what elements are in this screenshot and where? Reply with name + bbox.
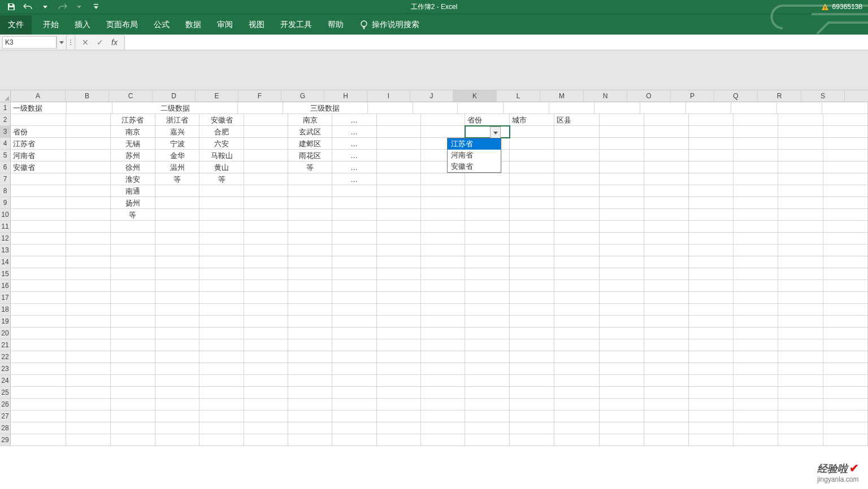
cell-I8[interactable]	[377, 185, 421, 197]
cell-G16[interactable]	[288, 280, 332, 292]
cell-R24[interactable]	[778, 375, 823, 387]
cell-L26[interactable]	[510, 399, 554, 411]
cell-B20[interactable]	[66, 328, 111, 339]
col-header-E[interactable]: E	[196, 90, 238, 102]
cell-B12[interactable]	[66, 233, 111, 244]
cell-I2[interactable]	[377, 114, 421, 126]
cell-D22[interactable]	[155, 351, 199, 363]
cell-O23[interactable]	[644, 363, 689, 375]
cell-R3[interactable]	[778, 126, 823, 138]
account-label[interactable]: 69365138	[832, 3, 862, 11]
cell-K29[interactable]	[465, 434, 510, 446]
cell-P20[interactable]	[689, 328, 734, 339]
cell-K1[interactable]	[458, 102, 504, 114]
cell-E4[interactable]: 六安	[199, 138, 244, 150]
cell-F24[interactable]	[244, 375, 288, 387]
col-header-B[interactable]: B	[66, 90, 109, 102]
cell-Q14[interactable]	[734, 256, 778, 268]
cell-L12[interactable]	[510, 233, 554, 244]
cell-F18[interactable]	[244, 304, 288, 316]
cell-O25[interactable]	[644, 387, 689, 399]
cell-S25[interactable]	[823, 387, 868, 399]
cell-B24[interactable]	[66, 375, 111, 387]
cell-D25[interactable]	[155, 387, 199, 399]
tab-review[interactable]: 审阅	[209, 15, 241, 34]
cell-O18[interactable]	[644, 304, 689, 316]
cell-R6[interactable]	[778, 161, 823, 173]
cell-G10[interactable]	[288, 209, 332, 221]
cell-B16[interactable]	[66, 280, 111, 292]
cell-B14[interactable]	[66, 256, 111, 268]
cell-Q21[interactable]	[734, 339, 778, 351]
cell-P3[interactable]	[689, 126, 734, 138]
col-header-G[interactable]: G	[281, 90, 324, 102]
cell-I21[interactable]	[377, 339, 421, 351]
cell-P10[interactable]	[689, 209, 734, 221]
cell-R2[interactable]	[778, 114, 823, 126]
cell-C4[interactable]: 无锡	[111, 138, 155, 150]
cell-C17[interactable]	[111, 292, 155, 304]
cell-Q13[interactable]	[734, 244, 778, 256]
cell-E29[interactable]	[199, 434, 244, 446]
cell-I6[interactable]	[377, 161, 421, 173]
cell-O14[interactable]	[644, 256, 689, 268]
cell-D19[interactable]	[155, 316, 199, 328]
cell-R1[interactable]	[777, 102, 823, 114]
cell-F11[interactable]	[244, 221, 288, 233]
cell-N16[interactable]	[600, 280, 644, 292]
cell-D27[interactable]	[155, 411, 199, 422]
cell-G23[interactable]	[288, 363, 332, 375]
cell-P7[interactable]	[689, 173, 734, 185]
cell-I13[interactable]	[377, 244, 421, 256]
cell-H22[interactable]	[332, 351, 376, 363]
cell-L21[interactable]	[510, 339, 554, 351]
cell-N21[interactable]	[600, 339, 644, 351]
cell-L8[interactable]	[510, 185, 554, 197]
cell-J9[interactable]	[421, 197, 465, 209]
col-header-I[interactable]: I	[367, 90, 410, 102]
row-header-2[interactable]: 2	[0, 114, 11, 126]
cell-S15[interactable]	[823, 268, 868, 280]
cell-F12[interactable]	[244, 233, 288, 244]
undo-button[interactable]	[21, 1, 35, 12]
cell-I3[interactable]	[377, 126, 421, 138]
cell-Q12[interactable]	[734, 233, 778, 244]
cell-A8[interactable]	[11, 185, 66, 197]
cell-C2[interactable]: 江苏省	[111, 114, 155, 126]
cell-M6[interactable]	[554, 161, 599, 173]
formula-input[interactable]	[125, 35, 868, 50]
tab-data[interactable]: 数据	[177, 15, 209, 34]
row-header-21[interactable]: 21	[0, 339, 11, 351]
cell-Q3[interactable]	[734, 126, 778, 138]
cell-N29[interactable]	[600, 434, 644, 446]
cell-A2[interactable]	[11, 114, 66, 126]
qat-customize[interactable]	[89, 1, 103, 12]
cell-K9[interactable]	[465, 197, 510, 209]
save-button[interactable]	[5, 1, 18, 12]
cell-B2[interactable]	[66, 114, 111, 126]
row-header-10[interactable]: 10	[0, 209, 11, 221]
cell-K17[interactable]	[465, 292, 510, 304]
cell-A29[interactable]	[11, 434, 66, 446]
tab-view[interactable]: 视图	[241, 15, 272, 34]
cell-Q22[interactable]	[734, 351, 778, 363]
cell-E12[interactable]	[199, 233, 244, 244]
row-header-19[interactable]: 19	[0, 316, 11, 328]
cell-M26[interactable]	[554, 399, 599, 411]
cell-H17[interactable]	[332, 292, 376, 304]
cell-J12[interactable]	[421, 233, 465, 244]
tab-layout[interactable]: 页面布局	[98, 15, 146, 34]
cell-Q28[interactable]	[734, 422, 778, 434]
cell-E9[interactable]	[199, 197, 244, 209]
cell-D14[interactable]	[155, 256, 199, 268]
tab-file[interactable]: 文件	[0, 15, 32, 34]
cell-F22[interactable]	[244, 351, 288, 363]
cell-O10[interactable]	[644, 209, 689, 221]
cell-E21[interactable]	[199, 339, 244, 351]
cell-H14[interactable]	[332, 256, 376, 268]
cell-E13[interactable]	[199, 244, 244, 256]
cell-P16[interactable]	[689, 280, 734, 292]
cell-I19[interactable]	[377, 316, 421, 328]
cell-I14[interactable]	[377, 256, 421, 268]
cell-C14[interactable]	[111, 256, 155, 268]
